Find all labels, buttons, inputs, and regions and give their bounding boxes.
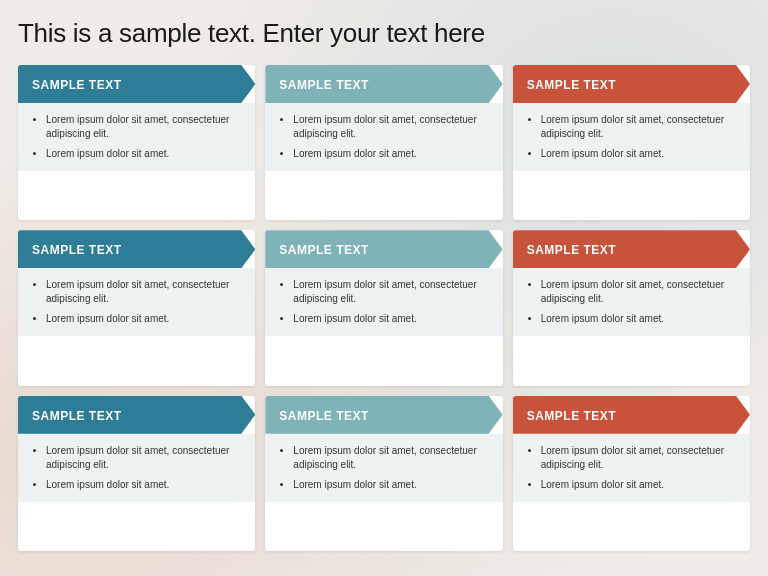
card-5-list: Lorem ipsum dolor sit amet, consectetuer… <box>275 278 492 326</box>
card-7-list: Lorem ipsum dolor sit amet, consectetuer… <box>28 444 245 492</box>
card-2-body: Lorem ipsum dolor sit amet, consectetuer… <box>265 103 502 171</box>
card-7-body: Lorem ipsum dolor sit amet, consectetuer… <box>18 434 255 502</box>
card-4-header: SAMPLE TEXT <box>18 230 255 268</box>
card-3-bullet-1: Lorem ipsum dolor sit amet, consectetuer… <box>541 113 740 141</box>
card-9-header: SAMPLE TEXT <box>513 396 750 434</box>
card-2: SAMPLE TEXTLorem ipsum dolor sit amet, c… <box>265 65 502 220</box>
card-6: SAMPLE TEXTLorem ipsum dolor sit amet, c… <box>513 230 750 385</box>
card-7-bullet-2: Lorem ipsum dolor sit amet. <box>46 478 245 492</box>
card-6-header-text: SAMPLE TEXT <box>527 243 617 257</box>
card-9-header-text: SAMPLE TEXT <box>527 409 617 423</box>
card-9: SAMPLE TEXTLorem ipsum dolor sit amet, c… <box>513 396 750 551</box>
card-7: SAMPLE TEXTLorem ipsum dolor sit amet, c… <box>18 396 255 551</box>
card-2-bullet-1: Lorem ipsum dolor sit amet, consectetuer… <box>293 113 492 141</box>
card-3: SAMPLE TEXTLorem ipsum dolor sit amet, c… <box>513 65 750 220</box>
card-3-header: SAMPLE TEXT <box>513 65 750 103</box>
card-2-list: Lorem ipsum dolor sit amet, consectetuer… <box>275 113 492 161</box>
card-2-bullet-2: Lorem ipsum dolor sit amet. <box>293 147 492 161</box>
page-wrapper: This is a sample text. Enter your text h… <box>0 0 768 576</box>
card-8-header: SAMPLE TEXT <box>265 396 502 434</box>
card-3-bullet-2: Lorem ipsum dolor sit amet. <box>541 147 740 161</box>
card-3-body: Lorem ipsum dolor sit amet, consectetuer… <box>513 103 750 171</box>
card-4: SAMPLE TEXTLorem ipsum dolor sit amet, c… <box>18 230 255 385</box>
card-8: SAMPLE TEXTLorem ipsum dolor sit amet, c… <box>265 396 502 551</box>
card-1: SAMPLE TEXTLorem ipsum dolor sit amet, c… <box>18 65 255 220</box>
card-5-header: SAMPLE TEXT <box>265 230 502 268</box>
card-9-list: Lorem ipsum dolor sit amet, consectetuer… <box>523 444 740 492</box>
card-1-header: SAMPLE TEXT <box>18 65 255 103</box>
card-8-bullet-1: Lorem ipsum dolor sit amet, consectetuer… <box>293 444 492 472</box>
card-8-body: Lorem ipsum dolor sit amet, consectetuer… <box>265 434 502 502</box>
card-9-body: Lorem ipsum dolor sit amet, consectetuer… <box>513 434 750 502</box>
card-9-bullet-1: Lorem ipsum dolor sit amet, consectetuer… <box>541 444 740 472</box>
card-5-header-text: SAMPLE TEXT <box>279 243 369 257</box>
card-2-header: SAMPLE TEXT <box>265 65 502 103</box>
card-2-header-text: SAMPLE TEXT <box>279 78 369 92</box>
card-6-body: Lorem ipsum dolor sit amet, consectetuer… <box>513 268 750 336</box>
card-9-bullet-2: Lorem ipsum dolor sit amet. <box>541 478 740 492</box>
card-8-list: Lorem ipsum dolor sit amet, consectetuer… <box>275 444 492 492</box>
card-8-bullet-2: Lorem ipsum dolor sit amet. <box>293 478 492 492</box>
card-7-header-text: SAMPLE TEXT <box>32 409 122 423</box>
card-5-body: Lorem ipsum dolor sit amet, consectetuer… <box>265 268 502 336</box>
page-title: This is a sample text. Enter your text h… <box>18 18 750 49</box>
card-5-bullet-2: Lorem ipsum dolor sit amet. <box>293 312 492 326</box>
card-1-list: Lorem ipsum dolor sit amet, consectetuer… <box>28 113 245 161</box>
card-5: SAMPLE TEXTLorem ipsum dolor sit amet, c… <box>265 230 502 385</box>
card-4-header-text: SAMPLE TEXT <box>32 243 122 257</box>
card-4-bullet-2: Lorem ipsum dolor sit amet. <box>46 312 245 326</box>
card-5-bullet-1: Lorem ipsum dolor sit amet, consectetuer… <box>293 278 492 306</box>
card-6-list: Lorem ipsum dolor sit amet, consectetuer… <box>523 278 740 326</box>
card-3-header-text: SAMPLE TEXT <box>527 78 617 92</box>
card-8-header-text: SAMPLE TEXT <box>279 409 369 423</box>
card-1-header-text: SAMPLE TEXT <box>32 78 122 92</box>
card-4-list: Lorem ipsum dolor sit amet, consectetuer… <box>28 278 245 326</box>
card-1-body: Lorem ipsum dolor sit amet, consectetuer… <box>18 103 255 171</box>
card-4-body: Lorem ipsum dolor sit amet, consectetuer… <box>18 268 255 336</box>
card-6-bullet-1: Lorem ipsum dolor sit amet, consectetuer… <box>541 278 740 306</box>
card-6-bullet-2: Lorem ipsum dolor sit amet. <box>541 312 740 326</box>
card-grid: SAMPLE TEXTLorem ipsum dolor sit amet, c… <box>18 65 750 551</box>
card-7-bullet-1: Lorem ipsum dolor sit amet, consectetuer… <box>46 444 245 472</box>
card-1-bullet-1: Lorem ipsum dolor sit amet, consectetuer… <box>46 113 245 141</box>
card-3-list: Lorem ipsum dolor sit amet, consectetuer… <box>523 113 740 161</box>
card-6-header: SAMPLE TEXT <box>513 230 750 268</box>
card-1-bullet-2: Lorem ipsum dolor sit amet. <box>46 147 245 161</box>
card-7-header: SAMPLE TEXT <box>18 396 255 434</box>
card-4-bullet-1: Lorem ipsum dolor sit amet, consectetuer… <box>46 278 245 306</box>
